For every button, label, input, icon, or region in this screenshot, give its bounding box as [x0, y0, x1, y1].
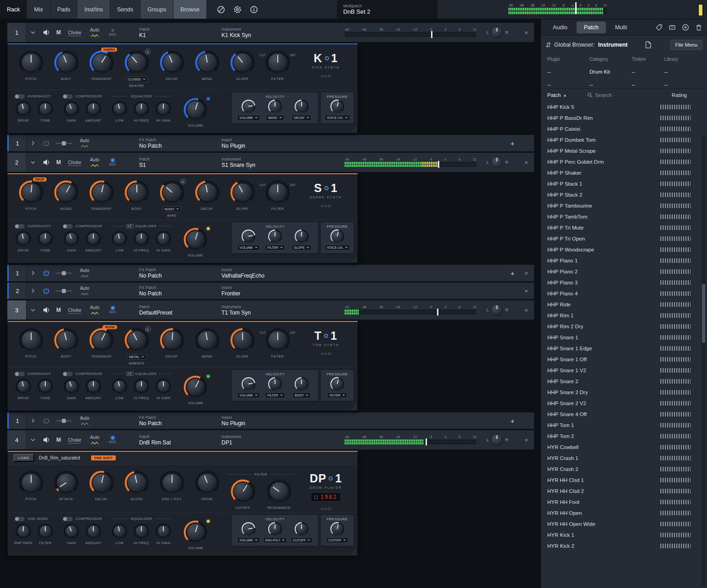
add-fx-button[interactable]: + — [507, 417, 518, 425]
filter-category-value[interactable]: Drum Kit — [589, 69, 631, 75]
patch-list-item[interactable]: HHP Snare 1 V2 — [541, 365, 707, 376]
patch-list-item[interactable]: HHP Snare 2 V2 — [541, 398, 707, 409]
env-filt-knob[interactable]: ENV>FILT — [262, 522, 288, 543]
env-filt-select[interactable]: ENV>FILT — [263, 537, 287, 543]
track-number[interactable]: 4 — [7, 430, 27, 449]
patch-rating[interactable] — [660, 291, 691, 296]
track-meter[interactable]: -60-48-36-24-12-60612 — [345, 158, 476, 167]
chevron-down-icon[interactable] — [27, 160, 39, 165]
power-icon[interactable] — [39, 417, 53, 424]
tag-icon[interactable] — [655, 24, 663, 31]
patch-rating[interactable] — [660, 445, 691, 449]
b-badge[interactable]: B — [145, 49, 151, 54]
patch-rating[interactable] — [660, 456, 691, 460]
pan-knob[interactable] — [491, 304, 503, 316]
power-icon[interactable] — [39, 287, 53, 294]
fx-mix-slider[interactable] — [56, 420, 72, 422]
remove-track-button[interactable]: × — [518, 159, 534, 166]
speaker-icon[interactable] — [39, 436, 53, 444]
low-knob[interactable]: LOW — [109, 230, 130, 252]
patch-field[interactable]: PatchDefaultPreset — [139, 305, 221, 316]
gain-knob[interactable]: GAIN — [61, 378, 81, 400]
patch-list-item[interactable]: HHP P Stack 2 — [541, 189, 707, 200]
gain-knob[interactable]: GAIN — [61, 101, 81, 123]
track-header-2[interactable]: 2MChokeAutoMIDIPatchS1InstrumentS1 Snare… — [7, 153, 534, 172]
gain-knob[interactable]: GAIN — [61, 230, 81, 252]
volume-knob[interactable]: VOLUME — [178, 375, 213, 405]
body-knob[interactable]: BODY — [49, 50, 84, 81]
patch-list-item[interactable]: HHP Snare 1 Off — [541, 354, 707, 365]
fx-patch-field[interactable]: FX PatchNo Patch — [139, 138, 221, 149]
patch-rating[interactable] — [660, 500, 691, 504]
tone-knob[interactable]: TONE — [35, 101, 55, 123]
pan-control[interactable]: LR — [476, 156, 518, 168]
filter-plugin-value[interactable]: -- — [547, 69, 589, 75]
tone-knob[interactable]: TONE — [35, 378, 55, 400]
automation-control[interactable]: Auto — [85, 157, 104, 168]
global-browser-value[interactable]: Instrument — [598, 42, 628, 48]
patch-rating[interactable] — [660, 533, 691, 537]
filter-knob[interactable]: FILTER — [35, 523, 55, 545]
patch-rating[interactable] — [660, 203, 691, 208]
file-menu-button[interactable]: File Menu — [670, 40, 702, 50]
decay-knob[interactable]: DECAY — [84, 470, 119, 501]
patch-list-item[interactable]: HHP Snare 1 — [541, 332, 707, 343]
compressor-toggle[interactable] — [63, 94, 73, 99]
patch-rating[interactable] — [660, 346, 691, 351]
choke-control[interactable]: Choke — [64, 160, 85, 165]
patch-rating[interactable] — [660, 434, 691, 438]
low-knob[interactable]: LOW — [109, 523, 130, 545]
chevron-down-icon[interactable] — [27, 30, 39, 35]
overshoot-toggle[interactable] — [15, 94, 25, 99]
patch-field[interactable]: PatchDnB Rim Sat — [139, 434, 221, 446]
slope-knob[interactable]: SLOPE — [225, 327, 260, 358]
track-fader-handle[interactable] — [438, 161, 439, 168]
patch-rating[interactable] — [660, 335, 691, 340]
patch-rating[interactable] — [660, 412, 691, 417]
patch-rating[interactable] — [660, 423, 691, 428]
patch-rating[interactable] — [660, 225, 691, 230]
fx-mix-slider[interactable] — [56, 290, 72, 292]
midi-indicator[interactable]: MIDI — [104, 29, 121, 36]
volume-knob[interactable]: VOLUME — [178, 520, 213, 550]
mute-button[interactable]: M — [53, 307, 64, 313]
track-header-4[interactable]: 4MChokeAutoMIDIPatchDnB Rim SatInstrumen… — [7, 430, 534, 449]
remove-track-button[interactable]: × — [518, 437, 534, 444]
patch-rating[interactable] — [660, 269, 691, 274]
add-fx-button[interactable]: + — [507, 269, 518, 277]
topbar-tab-sends[interactable]: Sends — [110, 0, 140, 19]
patch-rating[interactable] — [660, 313, 691, 318]
track-fader-handle[interactable] — [426, 438, 427, 445]
patch-rating[interactable] — [660, 390, 691, 395]
patch-list-item[interactable]: HHP P Metal Scrape — [541, 145, 707, 156]
decay-select[interactable]: DECAY — [291, 115, 312, 121]
volume-knob[interactable]: VOLUME — [178, 227, 213, 257]
volume-knob[interactable]: VOLUME — [235, 99, 262, 121]
voice-lvl-select[interactable]: VOICE LVL — [324, 245, 350, 251]
patch-list-item[interactable]: HYR Cowbell — [541, 442, 707, 453]
hi-freq-knob[interactable]: HI FREQ — [131, 523, 151, 545]
mute-button[interactable]: M — [53, 437, 64, 443]
patch-list-item[interactable]: HHP Piano 4 — [541, 288, 707, 299]
patch-list-item[interactable]: HHP Rim 2 Dry — [541, 321, 707, 332]
automation-control[interactable]: Auto — [75, 286, 94, 296]
gain-knob[interactable]: GAIN — [61, 523, 81, 545]
automation-control[interactable]: Auto — [85, 305, 104, 315]
patch-rating[interactable] — [660, 302, 691, 307]
patch-list-item[interactable]: HHP Rim 1 — [541, 310, 707, 321]
midi-indicator[interactable]: MIDI — [104, 159, 121, 166]
patch-rating[interactable] — [660, 511, 691, 515]
multipatch-selector[interactable]: Multipatch DnB Set 2 — [337, 0, 437, 19]
fx-mix-slider[interactable] — [56, 273, 72, 274]
patch-list-item[interactable]: HHP P Shaker — [541, 167, 707, 178]
decay-knob[interactable]: DECAY — [154, 327, 189, 358]
patch-list-item[interactable]: HYR Crash 1 — [541, 453, 707, 464]
chevron-right-icon[interactable] — [27, 288, 39, 294]
cutoff-select[interactable]: CUTOFF — [291, 537, 313, 543]
tab-audio[interactable]: Audio — [545, 21, 575, 33]
track-fader-handle[interactable] — [431, 31, 432, 38]
smp-rate-knob[interactable]: SMP RATE — [13, 523, 33, 545]
amount-knob[interactable]: AMOUNT — [83, 378, 103, 400]
slope-knob[interactable]: SLOPE — [225, 50, 260, 81]
browser-scrollbar[interactable] — [702, 135, 706, 586]
